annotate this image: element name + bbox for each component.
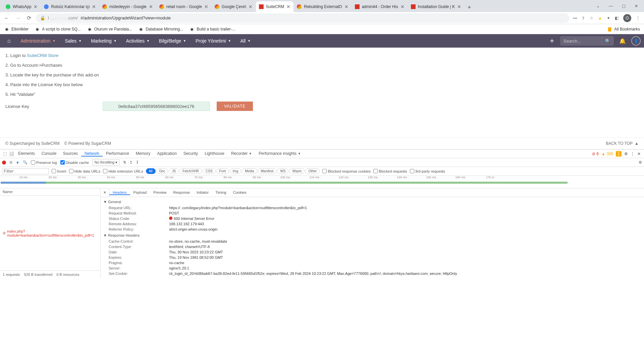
sidepanel-icon[interactable]: ◧ bbox=[615, 16, 619, 20]
detail-subtab[interactable]: Response bbox=[170, 190, 193, 194]
browser-tab[interactable]: SuiteCRM✕ bbox=[256, 1, 294, 12]
tab-close-icon[interactable]: ✕ bbox=[457, 4, 462, 9]
plus-icon[interactable]: + bbox=[547, 37, 557, 45]
bookmark-item[interactable]: ◉Etkinlikler bbox=[4, 26, 29, 32]
type-filter-pill[interactable]: Font bbox=[216, 168, 229, 174]
license-key-input[interactable] bbox=[103, 102, 210, 111]
devtools-tab[interactable]: Lighthouse bbox=[201, 151, 228, 156]
general-section[interactable]: ▼ General bbox=[103, 198, 641, 205]
suitecrm-store-link[interactable]: SuiteCRM Store bbox=[27, 53, 58, 58]
type-filter-pill[interactable]: Doc bbox=[156, 168, 168, 174]
devtools-tab[interactable]: Console bbox=[38, 151, 60, 156]
nav-item[interactable]: All▼ bbox=[236, 36, 255, 46]
reload-icon[interactable]: ⟳ bbox=[25, 13, 33, 22]
blocked-cookies-checkbox[interactable]: Blocked response cookies bbox=[322, 169, 371, 173]
browser-tab[interactable]: admin44 - Order His✕ bbox=[352, 1, 408, 12]
filter-input[interactable] bbox=[2, 168, 49, 174]
devtools-tab[interactable]: Performance insights ⧪ bbox=[255, 151, 304, 156]
hide-ext-urls-checkbox[interactable]: Hide extension URLs bbox=[103, 169, 143, 173]
tab-close-icon[interactable]: ✕ bbox=[33, 4, 38, 9]
devtools-tab[interactable]: Sources bbox=[60, 151, 81, 156]
triangle-up-icon[interactable]: ▲ bbox=[635, 141, 639, 146]
type-filter-pill[interactable]: Media bbox=[242, 168, 257, 174]
url-input[interactable]: 🔒 l . , · · · · · .com/#/administration/… bbox=[36, 13, 570, 23]
detail-subtab[interactable]: Payload bbox=[130, 190, 150, 194]
browser-tab[interactable]: Google Çeviri✕ bbox=[212, 1, 256, 12]
tab-close-icon[interactable]: ✕ bbox=[344, 4, 349, 9]
devtools-tab[interactable]: Network bbox=[81, 151, 103, 157]
devtools-tab[interactable]: Application bbox=[154, 151, 180, 156]
settings-toggle-icon[interactable]: ⚙ bbox=[639, 160, 642, 165]
nav-item[interactable]: Administration▼ bbox=[16, 36, 60, 46]
type-filter-pill[interactable]: WS bbox=[277, 168, 288, 174]
nav-item[interactable]: Bilgi/Belge▼ bbox=[154, 36, 191, 46]
third-party-checkbox[interactable]: 3rd-party requests bbox=[410, 169, 445, 173]
back-icon[interactable]: ← bbox=[3, 14, 11, 22]
type-filter-pill[interactable]: Fetch/XHR bbox=[179, 168, 202, 174]
wifi-icon[interactable]: ⇅ bbox=[123, 160, 126, 165]
type-filter-pill[interactable]: All bbox=[146, 168, 156, 174]
menu-icon[interactable]: ⋮ bbox=[631, 152, 635, 156]
hide-data-urls-checkbox[interactable]: Hide data URLs bbox=[69, 169, 101, 173]
disable-cache-checkbox[interactable]: Disable cache bbox=[60, 160, 89, 165]
gear-icon[interactable]: ⚙ bbox=[624, 152, 628, 156]
devtools-tab[interactable]: Security bbox=[180, 151, 201, 156]
share-icon[interactable]: ⇪ bbox=[582, 16, 585, 20]
home-icon[interactable]: ⌂ bbox=[3, 35, 15, 47]
bell-icon[interactable]: 🔔 bbox=[617, 38, 628, 44]
warning-count[interactable]: ▲ 305 bbox=[601, 152, 613, 156]
tab-close-icon[interactable]: ✕ bbox=[248, 4, 253, 9]
type-filter-pill[interactable]: Other bbox=[305, 168, 320, 174]
type-filter-pill[interactable]: CSS bbox=[203, 168, 216, 174]
close-devtools-icon[interactable]: ✕ bbox=[637, 152, 641, 156]
type-filter-pill[interactable]: Wasm bbox=[289, 168, 305, 174]
network-timeline[interactable]: 10 ms20 ms30 ms40 ms50 ms60 ms70 ms80 ms… bbox=[0, 176, 644, 188]
browser-tab[interactable]: Installation Guide | K✕ bbox=[408, 1, 465, 12]
devtools-tab[interactable]: Elements bbox=[15, 151, 38, 156]
download-icon[interactable]: ↧ bbox=[136, 160, 139, 165]
nav-item[interactable]: Marketing▼ bbox=[86, 36, 121, 46]
all-bookmarks[interactable]: ▇All Bookmarks bbox=[607, 26, 640, 32]
nav-item[interactable]: Proje Yönetimi▼ bbox=[191, 36, 236, 46]
extensions-icon[interactable]: ✦ bbox=[607, 16, 610, 20]
key-icon[interactable]: ⊶ bbox=[573, 16, 577, 20]
validate-button[interactable]: VALIDATE bbox=[217, 102, 253, 111]
filter-toggle-icon[interactable]: ▼ bbox=[16, 161, 19, 165]
request-row[interactable]: ⊘index.php?module=kanban&action=outfitte… bbox=[0, 196, 100, 270]
bookmark-item[interactable]: ◉Database Mirroring... bbox=[138, 26, 183, 32]
forward-icon[interactable]: → bbox=[14, 14, 22, 22]
tab-close-icon[interactable]: ✕ bbox=[149, 4, 153, 9]
device-icon[interactable]: ⬜ bbox=[8, 152, 15, 156]
drive-icon[interactable]: ▲ bbox=[598, 16, 602, 20]
invert-checkbox[interactable]: Invert bbox=[52, 169, 66, 173]
chevron-down-icon[interactable]: ⌄ bbox=[593, 4, 603, 8]
bookmark-item[interactable]: ◉Oturum ve Parolala... bbox=[87, 26, 132, 32]
type-filter-pill[interactable]: Img bbox=[230, 168, 241, 174]
preserve-log-checkbox[interactable]: Preserve log bbox=[31, 160, 57, 165]
browser-tab[interactable]: Rebuilding ExternalO✕ bbox=[294, 1, 351, 12]
browser-tab[interactable]: mütedeyyin - Google✕ bbox=[99, 1, 156, 12]
new-tab-button[interactable]: + bbox=[465, 3, 474, 12]
name-column-header[interactable]: Name bbox=[0, 188, 100, 196]
throttling-select[interactable]: No throttling ▾ bbox=[92, 159, 120, 166]
record-icon[interactable] bbox=[2, 161, 6, 165]
star-icon[interactable]: ☆ bbox=[590, 16, 593, 20]
close-icon[interactable]: ✕ bbox=[631, 4, 641, 8]
search-icon[interactable]: 🔍 bbox=[23, 160, 28, 165]
response-headers-section[interactable]: ▼ Response Headers bbox=[103, 232, 641, 239]
browser-tab[interactable]: WhatsApp✕ bbox=[3, 1, 41, 12]
devtools-tab[interactable]: Performance bbox=[103, 151, 132, 156]
user-avatar[interactable]: 👤 bbox=[631, 36, 641, 46]
detail-subtab[interactable]: Headers bbox=[109, 190, 130, 195]
bookmark-item[interactable]: ◉A script to clone SQ... bbox=[35, 26, 80, 32]
blocked-requests-checkbox[interactable]: Blocked requests bbox=[373, 169, 407, 173]
back-to-top[interactable]: BACK TO TOP bbox=[606, 141, 633, 146]
type-filter-pill[interactable]: JS bbox=[169, 168, 179, 174]
detail-subtab[interactable]: Cookies bbox=[230, 190, 250, 194]
error-count[interactable]: ⊘ 6 bbox=[592, 152, 599, 156]
nav-item[interactable]: Activities▼ bbox=[121, 36, 154, 46]
tab-close-icon[interactable]: ✕ bbox=[400, 4, 405, 9]
profile-avatar[interactable]: O bbox=[623, 14, 631, 22]
devtools-tab[interactable]: Recorder ⧪ bbox=[228, 151, 255, 156]
close-details-icon[interactable]: ✕ bbox=[101, 188, 109, 197]
